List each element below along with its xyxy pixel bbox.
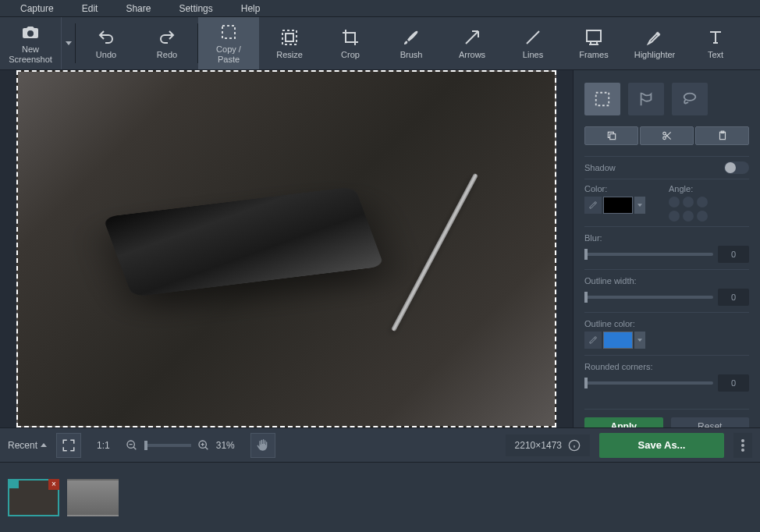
rect-select-tool[interactable] bbox=[584, 83, 620, 115]
new-screenshot-dropdown[interactable] bbox=[61, 17, 75, 69]
flag-icon bbox=[637, 90, 655, 108]
shadow-eyedropper[interactable] bbox=[584, 197, 602, 214]
line-icon bbox=[524, 28, 542, 47]
crop-icon bbox=[341, 28, 360, 47]
more-vertical-icon bbox=[741, 439, 744, 452]
reset-button[interactable]: Reset bbox=[671, 417, 750, 427]
svg-point-8 bbox=[662, 137, 666, 140]
text-icon bbox=[706, 28, 725, 47]
lines-label: Lines bbox=[523, 50, 543, 59]
arrows-button[interactable]: Arrows bbox=[442, 17, 503, 69]
angle-e[interactable] bbox=[697, 211, 708, 222]
new-screenshot-button[interactable]: New Screenshot bbox=[0, 17, 61, 69]
svg-rect-1 bbox=[282, 30, 297, 44]
apply-button[interactable]: Apply bbox=[584, 417, 663, 427]
zoom-slider[interactable] bbox=[144, 444, 191, 447]
shadow-color-dropdown[interactable] bbox=[634, 197, 645, 214]
blur-slider[interactable] bbox=[584, 253, 713, 256]
selection-icon bbox=[219, 23, 238, 41]
zoom-in-icon[interactable] bbox=[197, 439, 210, 452]
frames-button[interactable]: Frames bbox=[563, 17, 624, 69]
blur-label: Blur: bbox=[584, 233, 749, 243]
blur-value: 0 bbox=[718, 246, 749, 263]
angle-c[interactable] bbox=[683, 211, 694, 222]
brush-label: Brush bbox=[400, 50, 423, 59]
outline-width-slider[interactable] bbox=[584, 296, 713, 299]
shadow-label: Shadow bbox=[584, 163, 616, 172]
hand-icon bbox=[257, 439, 269, 452]
outline-eyedropper[interactable] bbox=[584, 332, 602, 349]
outline-color-dropdown[interactable] bbox=[634, 332, 645, 349]
recent-button[interactable]: Recent bbox=[8, 440, 47, 451]
thumbnail-2[interactable] bbox=[67, 479, 119, 516]
arrows-label: Arrows bbox=[459, 50, 485, 59]
undo-button[interactable]: Undo bbox=[76, 17, 137, 69]
pan-hand-button[interactable] bbox=[250, 433, 275, 458]
rounded-corners-label: Rounded corners: bbox=[584, 362, 749, 371]
menu-edit[interactable]: Edit bbox=[68, 1, 112, 16]
rect-marquee-icon bbox=[594, 90, 611, 108]
chevron-down-icon bbox=[637, 204, 642, 207]
shadow-color-swatch[interactable] bbox=[603, 197, 633, 214]
highlighter-button[interactable]: Highlighter bbox=[624, 17, 685, 69]
highlighter-label: Highlighter bbox=[634, 50, 676, 59]
lasso-select-tool[interactable] bbox=[672, 83, 708, 115]
copy-paste-label: Copy / Paste bbox=[216, 44, 241, 63]
menu-capture[interactable]: Capture bbox=[6, 1, 68, 16]
svg-rect-3 bbox=[587, 30, 601, 41]
menu-settings[interactable]: Settings bbox=[165, 1, 226, 16]
resize-button[interactable]: Resize bbox=[259, 17, 320, 69]
redo-label: Redo bbox=[157, 50, 177, 59]
canvas-area[interactable] bbox=[0, 70, 573, 427]
save-more-button[interactable] bbox=[733, 433, 752, 458]
zoom-actual-button[interactable]: 1:1 bbox=[91, 440, 116, 451]
redo-button[interactable]: Redo bbox=[137, 17, 197, 69]
shadow-toggle[interactable] bbox=[724, 161, 749, 174]
thumbnail-strip: × bbox=[0, 462, 760, 532]
paste-button[interactable] bbox=[695, 126, 749, 145]
copy-paste-button[interactable]: Copy / Paste bbox=[198, 17, 259, 69]
menu-help[interactable]: Help bbox=[227, 1, 275, 16]
polygon-select-tool[interactable] bbox=[628, 83, 664, 115]
angle-ne[interactable] bbox=[697, 197, 708, 207]
thumbnail-1-close[interactable]: × bbox=[48, 479, 59, 490]
scissors-icon bbox=[662, 130, 673, 141]
angle-n[interactable] bbox=[683, 197, 694, 207]
crop-button[interactable]: Crop bbox=[320, 17, 381, 69]
chevron-down-icon bbox=[66, 41, 72, 45]
save-as-button[interactable]: Save As... bbox=[599, 433, 724, 458]
zoom-out-icon[interactable] bbox=[126, 439, 138, 452]
info-icon[interactable] bbox=[568, 439, 581, 452]
zoom-percent: 31% bbox=[216, 440, 235, 451]
text-button[interactable]: Text bbox=[685, 17, 746, 69]
copy-button[interactable] bbox=[584, 126, 638, 145]
fit-screen-button[interactable] bbox=[56, 433, 81, 458]
brush-icon bbox=[402, 28, 421, 47]
rounded-value: 0 bbox=[718, 374, 749, 392]
angle-w[interactable] bbox=[669, 211, 680, 222]
svg-point-14 bbox=[741, 439, 744, 442]
expand-icon bbox=[62, 438, 76, 452]
color-label: Color: bbox=[584, 184, 645, 193]
angle-picker[interactable] bbox=[669, 197, 708, 222]
redo-icon bbox=[158, 28, 176, 47]
undo-label: Undo bbox=[96, 50, 116, 59]
chevron-up-icon bbox=[41, 443, 47, 447]
paste-icon bbox=[717, 130, 728, 141]
brush-button[interactable]: Brush bbox=[381, 17, 442, 69]
eyedropper-icon bbox=[588, 200, 598, 210]
rounded-slider[interactable] bbox=[584, 381, 713, 385]
cut-button[interactable] bbox=[640, 126, 694, 145]
svg-rect-4 bbox=[596, 93, 609, 106]
menu-share[interactable]: Share bbox=[112, 1, 165, 16]
svg-rect-2 bbox=[286, 34, 293, 41]
image-dimensions: 2210×1473 bbox=[515, 440, 562, 451]
highlighter-icon bbox=[645, 28, 664, 47]
thumbnail-1[interactable]: × bbox=[8, 479, 59, 516]
angle-nw[interactable] bbox=[669, 197, 680, 207]
canvas-image[interactable] bbox=[16, 70, 556, 427]
lines-button[interactable]: Lines bbox=[503, 17, 563, 69]
outline-width-label: Outline width: bbox=[584, 276, 749, 286]
text-label: Text bbox=[708, 50, 723, 59]
outline-color-swatch[interactable] bbox=[603, 332, 633, 349]
